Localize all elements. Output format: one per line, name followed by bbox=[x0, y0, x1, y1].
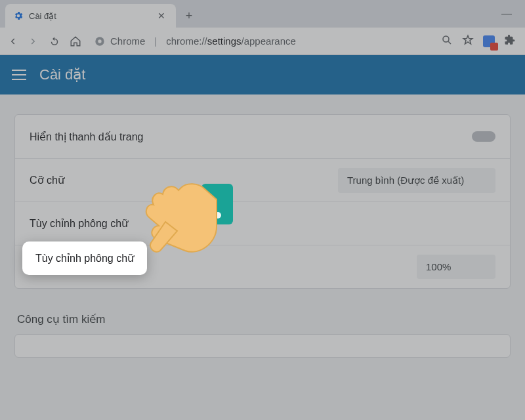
browser-tabstrip: Cài đặt ✕ + — bbox=[0, 0, 525, 28]
row-label: Hiển thị thanh dấu trang bbox=[30, 131, 143, 143]
bookmark-star-icon[interactable] bbox=[462, 34, 474, 49]
settings-content: Hiển thị thanh dấu trang Cỡ chữ Trung bì… bbox=[0, 114, 525, 358]
new-tab-button[interactable]: + bbox=[180, 7, 198, 25]
section-search-engine: Công cụ tìm kiếm bbox=[17, 312, 511, 326]
browser-toolbar: Chrome | chrome://settings/appearance bbox=[0, 28, 525, 55]
reload-button[interactable] bbox=[47, 34, 62, 49]
svg-point-1 bbox=[98, 39, 101, 43]
row-customize-fonts[interactable]: Tùy chỉnh phông chữ bbox=[15, 201, 510, 245]
svg-line-3 bbox=[448, 41, 451, 44]
page-title: Cài đặt bbox=[39, 66, 85, 83]
row-bookmarks-bar[interactable]: Hiển thị thanh dấu trang bbox=[15, 115, 510, 158]
minimize-icon[interactable]: — bbox=[501, 8, 512, 20]
close-icon[interactable]: ✕ bbox=[155, 9, 168, 22]
tab-title: Cài đặt bbox=[29, 11, 150, 21]
omnibox-host: Chrome bbox=[110, 35, 145, 47]
home-button[interactable] bbox=[68, 34, 83, 49]
pointing-hand-icon bbox=[139, 171, 238, 269]
row-font-size[interactable]: Cỡ chữ Trung bình (Được đề xuất) bbox=[15, 158, 510, 201]
row-label: Tùy chỉnh phông chữ bbox=[30, 217, 128, 230]
omnibox-path: chrome://settings/appearance bbox=[166, 35, 296, 47]
search-engine-card bbox=[14, 334, 511, 358]
extensions-icon[interactable] bbox=[504, 34, 516, 49]
callout-text: Tùy chỉnh phông chữ bbox=[35, 253, 134, 264]
dropdown-value[interactable]: 100% bbox=[417, 255, 495, 279]
svg-point-2 bbox=[443, 36, 449, 42]
callout-customize-fonts[interactable]: Tùy chỉnh phông chữ bbox=[22, 242, 147, 275]
translate-icon[interactable] bbox=[483, 35, 495, 47]
window-controls: — bbox=[501, 8, 525, 28]
dropdown-value[interactable]: Trung bình (Được đề xuất) bbox=[338, 168, 495, 193]
chrome-icon bbox=[94, 36, 105, 47]
gear-icon bbox=[13, 10, 24, 21]
browser-tab-active[interactable]: Cài đặt ✕ bbox=[5, 4, 176, 28]
back-button[interactable] bbox=[5, 34, 20, 49]
settings-header: Cài đặt bbox=[0, 55, 525, 94]
forward-button[interactable] bbox=[26, 34, 41, 49]
zoom-icon[interactable] bbox=[441, 34, 453, 49]
address-bar[interactable]: Chrome | chrome://settings/appearance bbox=[89, 35, 434, 47]
row-label: Cỡ chữ bbox=[30, 174, 64, 186]
menu-icon[interactable] bbox=[12, 70, 26, 80]
toggle-switch[interactable] bbox=[472, 131, 495, 142]
